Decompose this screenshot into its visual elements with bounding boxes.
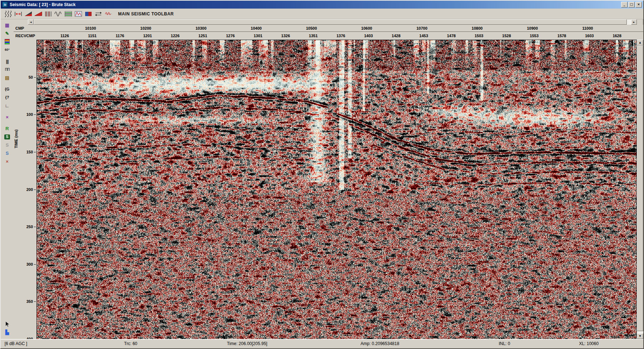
recvcmp-tick-label: 1201 (143, 34, 152, 38)
title-bar[interactable]: ≋ Seismic Data: [ 23] - Brute Stack _ □ … (1, 1, 643, 9)
seismic-section[interactable] (36, 40, 637, 339)
cmp-axis-row: CMP 101001020010300104001050010600107001… (14, 25, 643, 32)
status-bar: [6 dB AGC ]Trc: 60Time: 206.00[205.95]Am… (1, 339, 643, 348)
recvcmp-tick-label: 1376 (336, 34, 345, 38)
vertical-scrollbar[interactable]: ▲ ▼ (637, 40, 643, 339)
agc-status: [6 dB AGC ] (5, 341, 27, 346)
horizontal-scrollbar[interactable]: ◄ ► (28, 19, 637, 25)
pan-tool-icon[interactable]: ▙ (3, 329, 12, 336)
main-panel: ◄ ► CMP 10100102001030010400105001060010… (14, 19, 643, 339)
r-tool-icon[interactable]: R (3, 125, 12, 132)
window-title: Seismic Data: [ 23] - Brute Stack (10, 2, 619, 7)
spectrum-icon[interactable] (74, 10, 83, 18)
recvcmp-tick-label: 1176 (116, 34, 124, 38)
time-status: Time: 206.00[205.95] (227, 341, 267, 346)
red-wedge-icon[interactable] (34, 10, 43, 18)
gain-ramp-icon[interactable] (24, 10, 33, 18)
toolbar-icons (4, 10, 113, 18)
recvcmp-tick-label: 1603 (585, 34, 594, 38)
grid-icon[interactable]: ▦ (3, 21, 12, 29)
wiggle-trace-icon[interactable] (4, 10, 13, 18)
traces-icon[interactable]: ||| (3, 58, 12, 65)
cmp-axis-label: CMP (14, 25, 36, 31)
g-tool-icon[interactable]: {G (3, 85, 12, 93)
axes-tool-icon[interactable]: ∟ (3, 102, 12, 109)
overlay-display-icon[interactable] (84, 10, 93, 18)
query-tool-icon[interactable]: {? (3, 94, 12, 101)
cmp-ticks: 1010010200103001040010500106001070010800… (36, 25, 637, 31)
content-area: ▦✎60°|||ΠΠ▤{G{?∟×RSSS×▙ ◄ ► CMP 10100102… (1, 19, 643, 339)
s-minus-tool-icon[interactable]: S (3, 141, 12, 149)
maximize-button[interactable]: □ (628, 2, 635, 8)
recvcmp-tick-label: 1151 (88, 34, 97, 38)
time-axis: TIME (ms) 50100150200250300350400 (14, 40, 36, 339)
trace-status: Trc: 60 (124, 341, 137, 346)
cmp-tick-label: 10500 (306, 26, 317, 30)
colorbar-icon[interactable] (3, 38, 12, 45)
time-tick-label: 100 (26, 112, 33, 117)
cmp-tick-label: 10900 (527, 26, 538, 30)
angle-icon[interactable]: 60° (3, 46, 12, 54)
scroll-up-button[interactable]: ▲ (637, 40, 643, 45)
recvcmp-ticks: 1126115111761201122612511276130113261351… (36, 32, 637, 40)
recvcmp-axis-row: RECVCMP 11261151117612011226125112761301… (14, 32, 643, 40)
vscroll-track[interactable] (637, 45, 643, 333)
scroll-right-button[interactable]: ► (631, 19, 637, 25)
hscroll-track[interactable] (34, 19, 631, 25)
toolbar-title: MAIN SEISMIC TOOLBAR (118, 11, 174, 16)
recvcmp-tick-label: 1276 (226, 34, 235, 38)
scroll-down-button[interactable]: ▼ (637, 333, 643, 339)
recvcmp-tick-label: 1403 (364, 34, 373, 38)
app-window: ≋ Seismic Data: [ 23] - Brute Stack _ □ … (0, 0, 644, 349)
cmp-tick-label: 11000 (582, 26, 593, 30)
time-tick-label: 200 (26, 187, 33, 192)
recvcmp-axis-label: RECVCMP (14, 32, 36, 40)
comb-icon[interactable]: ΠΠ (3, 66, 12, 73)
waveform-icon[interactable] (54, 10, 63, 18)
time-tick-label: 300 (26, 262, 33, 266)
picks-tool-icon[interactable]: × (3, 113, 12, 121)
cmp-tick-label: 10600 (361, 26, 372, 30)
recvcmp-tick-label: 1428 (392, 34, 400, 38)
inline-status: INL: 0 (499, 341, 510, 346)
seismic-canvas[interactable] (37, 40, 636, 339)
dense-traces-icon[interactable] (44, 10, 53, 18)
vscroll-thumb[interactable] (637, 45, 643, 331)
recvcmp-tick-label: 1126 (60, 34, 69, 38)
trace-expand-icon[interactable] (14, 10, 23, 18)
window-controls: _ □ × (621, 2, 642, 8)
cursor-icon[interactable] (3, 320, 12, 328)
recvcmp-tick-label: 1478 (447, 34, 455, 38)
main-toolbar: MAIN SEISMIC TOOLBAR (1, 9, 643, 19)
minimize-button[interactable]: _ (621, 2, 628, 8)
wavelet-icon[interactable] (104, 10, 113, 18)
close-button[interactable]: × (635, 2, 642, 8)
cmp-tick-label: 10700 (416, 26, 428, 30)
amplitude-status: Amp: 0.2096534818 (361, 341, 399, 346)
s-tool-icon[interactable]: S (3, 133, 12, 141)
recvcmp-tick-label: 1326 (281, 34, 290, 38)
plot-body: TIME (ms) 50100150200250300350400 ▲ ▼ (14, 40, 643, 339)
app-icon[interactable]: ≋ (2, 2, 8, 8)
time-tick-label: 150 (26, 150, 33, 154)
recvcmp-tick-label: 1251 (199, 34, 207, 38)
time-tick-label: 50 (29, 75, 33, 79)
hscroll-thumb[interactable] (34, 19, 627, 25)
recvcmp-tick-label: 1503 (474, 34, 483, 38)
ruler-icon[interactable]: ▤ (3, 74, 12, 82)
recvcmp-tick-label: 1628 (613, 34, 621, 38)
cmp-tick-label: 10400 (251, 26, 262, 30)
variable-density-icon[interactable] (64, 10, 73, 18)
s-plus-tool-icon[interactable]: S (3, 149, 12, 157)
pencil-icon[interactable]: ✎ (3, 30, 12, 37)
swap-arrows-icon[interactable] (94, 10, 103, 18)
recvcmp-tick-label: 1351 (309, 34, 317, 38)
crossline-status: XL: 10060 (579, 341, 599, 346)
recvcmp-tick-label: 1553 (530, 34, 538, 38)
scroll-left-button[interactable]: ◄ (28, 19, 34, 25)
cmp-tick-label: 10800 (472, 26, 483, 30)
time-tick-label: 350 (26, 299, 33, 304)
time-axis-title: TIME (ms) (14, 129, 18, 148)
delete-icon[interactable]: × (3, 158, 12, 165)
recvcmp-tick-label: 1453 (419, 34, 428, 38)
